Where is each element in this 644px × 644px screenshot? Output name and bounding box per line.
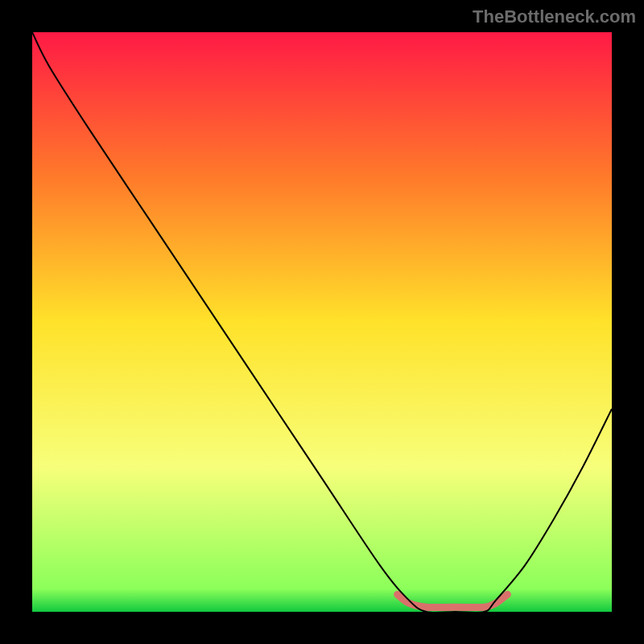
chart-container (32, 32, 612, 612)
gradient-background (32, 32, 612, 612)
bottleneck-chart (32, 32, 612, 612)
attribution-text: TheBottleneck.com (473, 6, 636, 27)
